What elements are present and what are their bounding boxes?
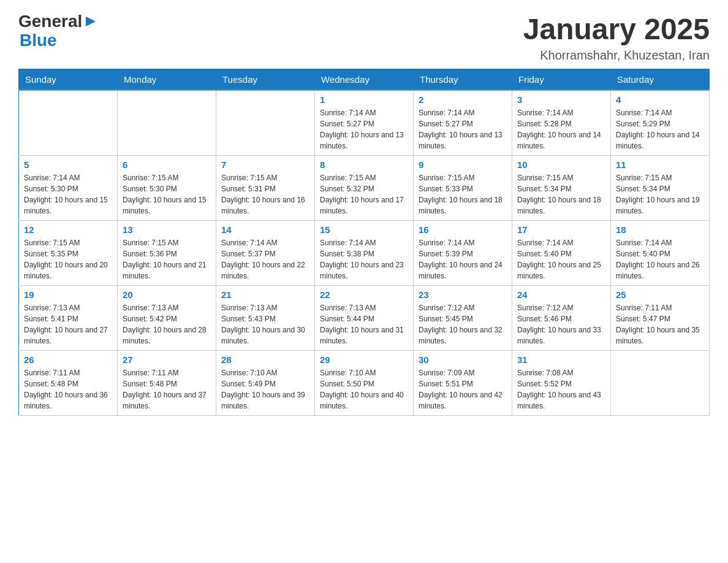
calendar-cell (19, 90, 118, 156)
logo-arrow-icon (85, 15, 97, 28)
calendar-cell: 25Sunrise: 7:11 AMSunset: 5:47 PMDayligh… (611, 286, 710, 351)
day-info: Sunrise: 7:14 AMSunset: 5:37 PMDaylight:… (221, 237, 309, 282)
calendar-day-header: Sunday (19, 69, 118, 91)
calendar-cell: 29Sunrise: 7:10 AMSunset: 5:50 PMDayligh… (315, 351, 414, 416)
day-info: Sunrise: 7:14 AMSunset: 5:39 PMDaylight:… (419, 237, 507, 282)
day-number: 13 (123, 224, 211, 235)
day-number: 18 (616, 224, 704, 235)
calendar-cell: 11Sunrise: 7:15 AMSunset: 5:34 PMDayligh… (611, 156, 710, 221)
day-number: 14 (221, 224, 309, 235)
day-info: Sunrise: 7:14 AMSunset: 5:30 PMDaylight:… (24, 172, 112, 216)
day-info: Sunrise: 7:11 AMSunset: 5:47 PMDaylight:… (616, 302, 704, 347)
day-number: 29 (320, 354, 408, 365)
location-subtitle: Khorramshahr, Khuzestan, Iran (523, 48, 710, 63)
day-number: 25 (616, 289, 704, 300)
calendar-cell: 18Sunrise: 7:14 AMSunset: 5:40 PMDayligh… (611, 221, 710, 286)
day-info: Sunrise: 7:15 AMSunset: 5:32 PMDaylight:… (320, 172, 408, 216)
calendar-day-header: Friday (512, 69, 611, 91)
day-number: 5 (24, 159, 112, 170)
day-number: 11 (616, 159, 704, 170)
month-title: January 2025 (523, 12, 710, 46)
day-number: 1 (320, 94, 408, 105)
day-info: Sunrise: 7:13 AMSunset: 5:44 PMDaylight:… (320, 302, 408, 347)
day-info: Sunrise: 7:14 AMSunset: 5:29 PMDaylight:… (616, 107, 704, 151)
calendar-day-header: Monday (118, 69, 216, 91)
day-number: 6 (123, 159, 211, 170)
calendar-cell: 12Sunrise: 7:15 AMSunset: 5:35 PMDayligh… (19, 221, 118, 286)
calendar-cell: 15Sunrise: 7:14 AMSunset: 5:38 PMDayligh… (315, 221, 414, 286)
day-number: 30 (419, 354, 507, 365)
calendar-day-header: Wednesday (315, 69, 414, 91)
day-number: 4 (616, 94, 704, 105)
day-info: Sunrise: 7:13 AMSunset: 5:42 PMDaylight:… (123, 302, 211, 347)
day-number: 12 (24, 224, 112, 235)
logo-blue-text: Blue (20, 31, 97, 50)
day-info: Sunrise: 7:15 AMSunset: 5:35 PMDaylight:… (24, 237, 112, 282)
calendar-cell (611, 351, 710, 416)
day-info: Sunrise: 7:13 AMSunset: 5:43 PMDaylight:… (221, 302, 309, 347)
logo: General Blue (18, 12, 97, 50)
calendar-cell: 31Sunrise: 7:08 AMSunset: 5:52 PMDayligh… (512, 351, 611, 416)
day-info: Sunrise: 7:15 AMSunset: 5:34 PMDaylight:… (616, 172, 704, 216)
calendar-cell: 19Sunrise: 7:13 AMSunset: 5:41 PMDayligh… (19, 286, 118, 351)
day-number: 22 (320, 289, 408, 300)
day-number: 8 (320, 159, 408, 170)
day-info: Sunrise: 7:15 AMSunset: 5:34 PMDaylight:… (517, 172, 605, 216)
calendar-cell: 16Sunrise: 7:14 AMSunset: 5:39 PMDayligh… (414, 221, 512, 286)
calendar-cell: 17Sunrise: 7:14 AMSunset: 5:40 PMDayligh… (512, 221, 611, 286)
svg-marker-0 (86, 17, 96, 26)
day-info: Sunrise: 7:14 AMSunset: 5:40 PMDaylight:… (517, 237, 605, 282)
day-number: 23 (419, 289, 507, 300)
day-number: 27 (123, 354, 211, 365)
day-number: 16 (419, 224, 507, 235)
calendar-week-row: 26Sunrise: 7:11 AMSunset: 5:48 PMDayligh… (19, 351, 710, 416)
calendar-cell: 13Sunrise: 7:15 AMSunset: 5:36 PMDayligh… (118, 221, 216, 286)
calendar-day-header: Saturday (611, 69, 710, 91)
title-block: January 2025 Khorramshahr, Khuzestan, Ir… (523, 12, 710, 63)
day-info: Sunrise: 7:15 AMSunset: 5:33 PMDaylight:… (419, 172, 507, 216)
day-number: 15 (320, 224, 408, 235)
calendar-cell (118, 90, 216, 156)
day-info: Sunrise: 7:12 AMSunset: 5:45 PMDaylight:… (419, 302, 507, 347)
day-info: Sunrise: 7:15 AMSunset: 5:31 PMDaylight:… (221, 172, 309, 216)
day-info: Sunrise: 7:14 AMSunset: 5:40 PMDaylight:… (616, 237, 704, 282)
calendar-cell: 1Sunrise: 7:14 AMSunset: 5:27 PMDaylight… (315, 90, 414, 156)
calendar-cell: 23Sunrise: 7:12 AMSunset: 5:45 PMDayligh… (414, 286, 512, 351)
day-info: Sunrise: 7:15 AMSunset: 5:30 PMDaylight:… (123, 172, 211, 216)
calendar-cell: 9Sunrise: 7:15 AMSunset: 5:33 PMDaylight… (414, 156, 512, 221)
calendar-day-header: Tuesday (216, 69, 315, 91)
day-info: Sunrise: 7:11 AMSunset: 5:48 PMDaylight:… (123, 367, 211, 412)
day-number: 17 (517, 224, 605, 235)
day-info: Sunrise: 7:08 AMSunset: 5:52 PMDaylight:… (517, 367, 605, 412)
calendar-cell: 24Sunrise: 7:12 AMSunset: 5:46 PMDayligh… (512, 286, 611, 351)
day-info: Sunrise: 7:15 AMSunset: 5:36 PMDaylight:… (123, 237, 211, 282)
calendar-cell: 8Sunrise: 7:15 AMSunset: 5:32 PMDaylight… (315, 156, 414, 221)
calendar-cell: 22Sunrise: 7:13 AMSunset: 5:44 PMDayligh… (315, 286, 414, 351)
day-info: Sunrise: 7:10 AMSunset: 5:49 PMDaylight:… (221, 367, 309, 412)
day-info: Sunrise: 7:12 AMSunset: 5:46 PMDaylight:… (517, 302, 605, 347)
day-info: Sunrise: 7:09 AMSunset: 5:51 PMDaylight:… (419, 367, 507, 412)
day-number: 21 (221, 289, 309, 300)
day-info: Sunrise: 7:10 AMSunset: 5:50 PMDaylight:… (320, 367, 408, 412)
day-info: Sunrise: 7:14 AMSunset: 5:28 PMDaylight:… (517, 107, 605, 151)
calendar-cell: 3Sunrise: 7:14 AMSunset: 5:28 PMDaylight… (512, 90, 611, 156)
calendar-cell (216, 90, 315, 156)
calendar-cell: 21Sunrise: 7:13 AMSunset: 5:43 PMDayligh… (216, 286, 315, 351)
page-header: General Blue January 2025 Khorramshahr, … (18, 12, 710, 63)
day-number: 9 (419, 159, 507, 170)
calendar-cell: 30Sunrise: 7:09 AMSunset: 5:51 PMDayligh… (414, 351, 512, 416)
calendar-cell: 5Sunrise: 7:14 AMSunset: 5:30 PMDaylight… (19, 156, 118, 221)
calendar-cell: 27Sunrise: 7:11 AMSunset: 5:48 PMDayligh… (118, 351, 216, 416)
calendar-day-header: Thursday (414, 69, 512, 91)
calendar-header: SundayMondayTuesdayWednesdayThursdayFrid… (19, 69, 710, 91)
calendar-cell: 6Sunrise: 7:15 AMSunset: 5:30 PMDaylight… (118, 156, 216, 221)
day-number: 2 (419, 94, 507, 105)
logo-general-text: General (18, 12, 82, 31)
day-number: 31 (517, 354, 605, 365)
day-number: 20 (123, 289, 211, 300)
calendar-cell: 7Sunrise: 7:15 AMSunset: 5:31 PMDaylight… (216, 156, 315, 221)
calendar-cell: 10Sunrise: 7:15 AMSunset: 5:34 PMDayligh… (512, 156, 611, 221)
day-info: Sunrise: 7:14 AMSunset: 5:27 PMDaylight:… (320, 107, 408, 151)
day-info: Sunrise: 7:13 AMSunset: 5:41 PMDaylight:… (24, 302, 112, 347)
calendar-week-row: 5Sunrise: 7:14 AMSunset: 5:30 PMDaylight… (19, 156, 710, 221)
